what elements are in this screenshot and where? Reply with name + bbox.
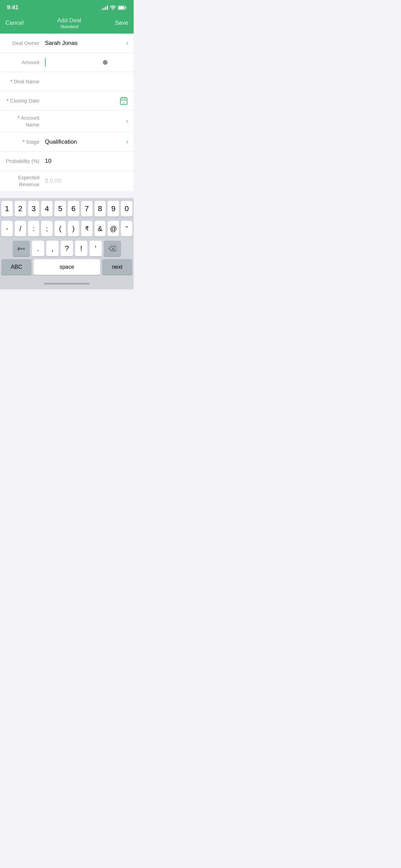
account-name-label: * Account Name <box>5 114 45 128</box>
closing-date-value[interactable]: 1 <box>45 96 128 105</box>
key-ampersand[interactable]: & <box>95 221 106 237</box>
amount-row[interactable]: Amount <box>0 53 134 72</box>
account-name-value[interactable]: › <box>45 118 128 125</box>
nav-center: Add Deal Standard <box>57 17 81 29</box>
key-minus[interactable]: - <box>1 221 13 237</box>
closing-date-label: * Closing Date <box>5 97 45 104</box>
key-2[interactable]: 2 <box>15 201 26 217</box>
key-close-paren[interactable]: ) <box>68 221 79 237</box>
cancel-button[interactable]: Cancel <box>5 20 24 26</box>
key-rupee[interactable]: ₹ <box>81 221 93 237</box>
deal-owner-chevron: › <box>126 39 128 47</box>
status-bar: 9:41 <box>0 0 134 15</box>
key-at[interactable]: @ <box>108 221 119 237</box>
amount-input[interactable] <box>45 58 128 67</box>
required-star-2: * <box>7 98 10 104</box>
wifi-icon <box>110 5 116 10</box>
key-8[interactable]: 8 <box>95 201 106 217</box>
closing-date-row[interactable]: * Closing Date 1 <box>0 91 134 110</box>
stage-value[interactable]: Qualification › <box>45 138 128 145</box>
probability-label: Probability (%) <box>5 158 45 165</box>
required-star-3: * <box>18 115 21 121</box>
svg-text:1: 1 <box>123 101 124 104</box>
key-abc[interactable]: ABC <box>1 259 32 275</box>
key-apostrophe[interactable]: ' <box>89 241 102 256</box>
key-6[interactable]: 6 <box>68 201 79 217</box>
deal-owner-row[interactable]: Deal Owner Sarah Jonas › <box>0 34 134 53</box>
stage-label: * Stage <box>5 138 45 145</box>
deal-name-row[interactable]: * Deal Name <box>0 72 134 91</box>
backspace-key[interactable] <box>104 241 121 256</box>
keyboard-bottom-symbol-row: #+= . , ? ! ' <box>0 238 134 258</box>
home-indicator <box>0 278 134 289</box>
key-4[interactable]: 4 <box>41 201 52 217</box>
keyboard: 1 2 3 4 5 6 7 8 9 0 - / : ; ( ) ₹ & @ " … <box>0 198 134 289</box>
nav-title: Add Deal <box>57 17 81 24</box>
calendar-icon[interactable]: 1 <box>119 96 128 105</box>
stage-chevron: › <box>126 138 128 145</box>
amount-label: Amount <box>5 59 45 66</box>
expected-revenue-text: $ 0.00 <box>45 178 61 184</box>
key-next[interactable]: next <box>102 259 132 275</box>
svg-rect-1 <box>119 6 124 9</box>
battery-icon <box>118 5 127 10</box>
stage-row[interactable]: * Stage Qualification › <box>0 132 134 152</box>
text-cursor <box>45 58 46 67</box>
stage-text: Qualification <box>45 138 77 145</box>
save-button[interactable]: Save <box>115 20 128 26</box>
probability-row[interactable]: Probability (%) 10 <box>0 152 134 171</box>
status-time: 9:41 <box>7 4 19 11</box>
keyboard-action-row: ABC space next <box>0 258 134 278</box>
key-semicolon[interactable]: ; <box>41 221 52 237</box>
probability-text: 10 <box>45 158 51 165</box>
nav-subtitle: Standard <box>57 24 81 29</box>
key-question[interactable]: ? <box>61 241 73 256</box>
signal-icon <box>102 5 108 10</box>
key-comma[interactable]: , <box>46 241 59 256</box>
required-star: * <box>10 79 14 84</box>
form-container: Deal Owner Sarah Jonas › Amount * Deal N… <box>0 34 134 191</box>
account-name-row[interactable]: * Account Name › <box>0 110 134 132</box>
deal-owner-label: Deal Owner <box>5 40 45 47</box>
key-exclamation[interactable]: ! <box>75 241 87 256</box>
scroll-indicator <box>103 60 108 65</box>
deal-owner-value[interactable]: Sarah Jonas › <box>45 39 128 47</box>
key-0[interactable]: 0 <box>121 201 132 217</box>
key-3[interactable]: 3 <box>28 201 39 217</box>
key-9[interactable]: 9 <box>108 201 119 217</box>
keyboard-number-row: 1 2 3 4 5 6 7 8 9 0 <box>0 198 134 218</box>
expected-revenue-value: $ 0.00 <box>45 178 128 184</box>
key-7[interactable]: 7 <box>81 201 93 217</box>
key-1[interactable]: 1 <box>1 201 13 217</box>
key-slash[interactable]: / <box>15 221 26 237</box>
home-bar <box>44 283 90 285</box>
keyboard-symbol-row: - / : ; ( ) ₹ & @ " <box>0 218 134 238</box>
key-period[interactable]: . <box>32 241 44 256</box>
key-space[interactable]: space <box>34 259 100 275</box>
key-open-paren[interactable]: ( <box>54 221 66 237</box>
deal-name-label: * Deal Name <box>5 78 45 85</box>
key-5[interactable]: 5 <box>54 201 66 217</box>
deal-owner-text: Sarah Jonas <box>45 40 77 47</box>
account-name-chevron: › <box>126 118 128 125</box>
key-colon[interactable]: : <box>28 221 39 237</box>
key-symbols[interactable]: #+= <box>13 241 30 256</box>
required-star-4: * <box>23 139 26 145</box>
probability-value[interactable]: 10 <box>45 158 128 165</box>
key-quote[interactable]: " <box>121 221 132 237</box>
navigation-bar: Cancel Add Deal Standard Save <box>0 15 134 34</box>
status-icons <box>102 5 127 10</box>
expected-revenue-label: Expected Revenue <box>5 174 45 188</box>
expected-revenue-row[interactable]: Expected Revenue $ 0.00 <box>0 171 134 191</box>
